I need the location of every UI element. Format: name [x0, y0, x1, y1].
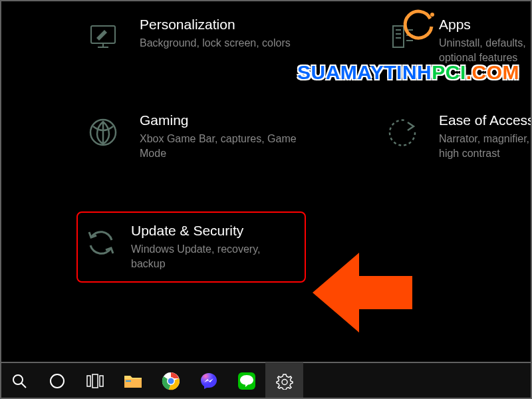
tile-update-security[interactable]: Update & Security Windows Update, recove… — [76, 211, 306, 283]
svg-rect-16 — [92, 374, 98, 388]
taskbar-file-explorer-icon[interactable] — [114, 362, 152, 399]
taskbar-settings-icon[interactable] — [265, 362, 303, 399]
tile-title: Ease of Access — [439, 112, 532, 128]
svg-point-24 — [282, 380, 287, 385]
tile-gaming[interactable]: Gaming Xbox Game Bar, captures, Game Mod… — [86, 106, 386, 211]
annotation-arrow — [309, 249, 416, 338]
tile-title: Gaming — [140, 112, 326, 128]
gaming-icon — [86, 116, 120, 149]
svg-line-13 — [21, 383, 26, 388]
tile-personalization[interactable]: Personalization Background, lock screen,… — [86, 10, 386, 106]
ease-of-access-icon — [386, 116, 419, 149]
svg-rect-19 — [126, 380, 131, 382]
svg-rect-15 — [87, 376, 90, 386]
svg-point-14 — [51, 374, 64, 388]
watermark-text: SUAMAYTINHPCI.COM — [297, 61, 519, 84]
watermark-reload-icon — [400, 7, 437, 46]
tile-title: Apps — [439, 17, 532, 33]
tile-desc: Background, lock screen, colors — [140, 36, 291, 51]
tile-desc: Narrator, magnifier, high contrast — [439, 132, 532, 162]
svg-point-22 — [168, 378, 174, 384]
taskbar-cortana-icon[interactable] — [38, 362, 76, 399]
tile-desc: Windows Update, recovery, backup — [131, 242, 277, 272]
tile-title: Personalization — [140, 17, 291, 33]
taskbar-chrome-icon[interactable] — [152, 362, 190, 399]
svg-rect-17 — [100, 376, 103, 386]
tile-desc: Xbox Game Bar, captures, Game Mode — [140, 132, 326, 162]
taskbar-line-icon[interactable] — [227, 362, 265, 399]
settings-categories: Personalization Background, lock screen,… — [0, 0, 532, 283]
svg-point-11 — [430, 13, 434, 17]
taskbar — [0, 362, 532, 399]
taskbar-taskview-icon[interactable] — [76, 362, 114, 399]
tile-ease-of-access[interactable]: Ease of Access Narrator, magnifier, high… — [386, 106, 532, 211]
update-security-icon — [84, 226, 118, 259]
svg-rect-18 — [124, 379, 142, 388]
taskbar-search-icon[interactable] — [0, 362, 38, 399]
svg-point-12 — [13, 375, 23, 384]
personalization-icon — [86, 20, 120, 53]
taskbar-messenger-icon[interactable] — [190, 362, 227, 399]
tile-title: Update & Security — [131, 223, 277, 239]
